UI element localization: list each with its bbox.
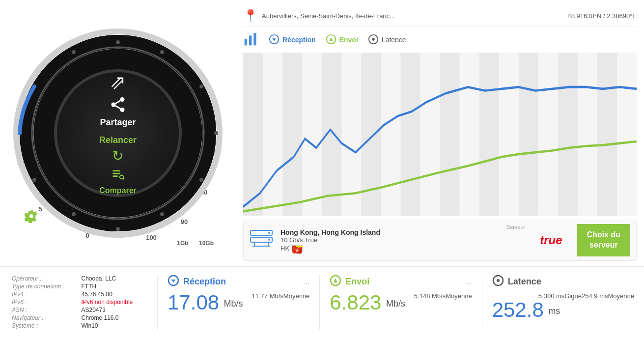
ipv4-label: IPv4 : (10, 290, 79, 298)
systeme-value: Win10 (79, 322, 147, 330)
svg-rect-30 (249, 35, 252, 45)
reception-label: Réception (282, 36, 316, 44)
ipv4-value: 45.76.45.80 (79, 290, 147, 298)
tick-1gb: 1Gb (177, 240, 188, 247)
legend-reception[interactable]: Réception (269, 34, 316, 46)
legend-envoi[interactable]: Envoi (326, 34, 358, 46)
latence-panel: Latence Moyenne 254.9 ms Gigue 5.300 ms … (482, 275, 634, 330)
operateur-value: Choopa, LLC (79, 275, 147, 282)
systeme-label: Système : (10, 322, 79, 330)
asn-value: AS20473 (79, 306, 147, 314)
tick-0: 0 (85, 231, 89, 239)
svg-line-23 (115, 101, 120, 104)
reception-stat-title: Réception (183, 277, 226, 287)
svg-marker-57 (171, 280, 175, 282)
asn-label: ASN : (10, 306, 79, 314)
location-pin-icon: 📍 (243, 9, 258, 23)
tick-60: 60 (197, 102, 204, 110)
type-value: FTTH (79, 282, 147, 290)
flag-icon: 🇭🇰 (292, 245, 303, 252)
header-bar: 📍 Aubervilliers, Seine-Saint-Denis, Ile-… (243, 5, 637, 27)
svg-rect-47 (558, 53, 578, 216)
svg-rect-44 (440, 53, 460, 216)
server-speed: 10 Gb/s True (280, 236, 499, 244)
tick-50: 50 (173, 66, 180, 74)
settings-icon[interactable] (25, 209, 38, 226)
tick-5: 5 (38, 205, 42, 212)
reception-dots[interactable]: ... (304, 278, 310, 285)
svg-marker-35 (329, 37, 333, 41)
svg-rect-39 (243, 53, 263, 216)
tick-10gb: 10Gb (199, 240, 214, 247)
reception-stat-icon (168, 275, 179, 288)
svg-rect-46 (519, 53, 538, 216)
search-list-icon (112, 168, 124, 184)
svg-point-21 (120, 108, 124, 112)
coordinates-text: 48.91630°N / 2.38690°E (567, 12, 637, 20)
svg-rect-31 (253, 33, 256, 45)
svg-point-19 (120, 97, 124, 102)
reception-panel: Réception ... Moyenne 11.77 Mb/s 17.08 M… (157, 275, 309, 330)
envoi-panel: Envoi ... Moyenne 5.148 Mb/s 6.823 Mb/s (319, 275, 472, 330)
choix-serveur-button[interactable]: Choix duserveur (577, 224, 630, 256)
latence-stat-icon (492, 275, 504, 288)
envoi-stat-title: Envoi (345, 277, 369, 287)
svg-point-52 (268, 239, 270, 241)
tick-15: 15 (32, 110, 39, 117)
latence-value: 252.8 (492, 298, 544, 321)
reception-icon (269, 34, 280, 46)
location-text: Aubervilliers, Seine-Saint-Denis, Ile-de… (262, 12, 558, 20)
legend-latence[interactable]: Latence (368, 34, 406, 46)
envoi-value: 6.823 (330, 291, 381, 314)
envoi-icon (326, 34, 336, 46)
partager-button[interactable]: Partager (100, 117, 136, 128)
reception-unit: Mb/s (224, 299, 243, 309)
right-section: 📍 Aubervilliers, Seine-Saint-Denis, Ile-… (236, 0, 644, 266)
svg-rect-24 (112, 170, 120, 171)
network-info: Opérateur : Choopa, LLC Type de connexio… (10, 275, 147, 330)
tick-90: 90 (181, 218, 188, 225)
latence-unit: ms (548, 306, 560, 316)
svg-line-28 (123, 178, 124, 179)
bottom-section: Opérateur : Choopa, LLC Type de connexio… (0, 266, 644, 337)
latence-label: Latence (382, 36, 406, 44)
tick-80: 80 (200, 188, 207, 196)
comparer-button[interactable]: Comparer (99, 186, 137, 195)
reception-value: 17.08 (168, 291, 219, 314)
speed-chart (243, 53, 637, 216)
server-info: Hong Kong, Hong Kong Island 10 Gb/s True… (280, 228, 499, 252)
tick-20: 20 (70, 66, 77, 74)
type-label: Type de connexion : (10, 282, 79, 290)
envoi-unit: Mb/s (386, 299, 405, 309)
svg-marker-33 (272, 38, 276, 41)
gauge-section: 0 5 10 15 20 30 40 50 60 70 80 90 100 1G… (0, 0, 236, 266)
share-icon-big (109, 96, 127, 116)
operateur-label: Opérateur : (10, 275, 79, 282)
tick-40: 40 (144, 47, 151, 54)
svg-point-20 (111, 103, 115, 107)
country-code: HK (280, 245, 289, 252)
svg-point-37 (372, 38, 375, 41)
envoi-dots[interactable]: ... (466, 278, 472, 285)
envoi-label: Envoi (339, 36, 358, 44)
svg-marker-59 (334, 279, 337, 282)
refresh-icon: ↻ (112, 148, 123, 164)
ipv6-label: IPv6 : (10, 298, 79, 306)
relancer-button[interactable]: Relancer (99, 135, 137, 145)
svg-rect-48 (597, 53, 617, 216)
navigateur-label: Navigateur : (10, 314, 79, 322)
tick-30: 30 (110, 47, 116, 54)
chart-area (243, 53, 637, 216)
tick-70: 70 (208, 149, 215, 156)
svg-rect-41 (322, 53, 341, 216)
chart-legend: Réception Envoi Latence (243, 31, 637, 49)
svg-rect-25 (112, 173, 120, 174)
share-icon: ⇗ (110, 71, 126, 93)
server-name: Hong Kong, Hong Kong Island (280, 228, 499, 236)
ipv6-value: IPv6 non disponible (79, 298, 147, 306)
navigateur-value: Chrome 116.0 (79, 314, 147, 322)
tick-10: 10 (17, 159, 24, 166)
server-bar: Hong Kong, Hong Kong Island 10 Gb/s True… (243, 220, 637, 261)
svg-point-50 (268, 232, 270, 234)
svg-rect-45 (479, 53, 499, 216)
